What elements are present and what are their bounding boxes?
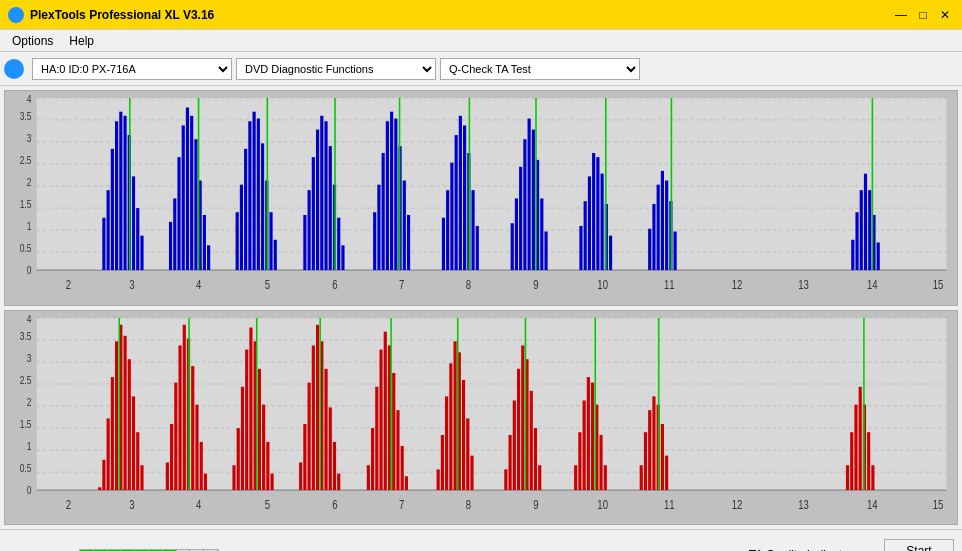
svg-rect-84 <box>511 223 514 270</box>
svg-rect-212 <box>449 363 452 490</box>
bottom-chart-svg: 0 0.5 1 1.5 2 2.5 3 3.5 4 <box>5 311 957 525</box>
main-area: 0 0.5 1 1.5 2 2.5 3 3.5 4 <box>0 86 962 529</box>
svg-text:3: 3 <box>27 351 32 363</box>
close-button[interactable]: ✕ <box>936 6 954 24</box>
svg-text:13: 13 <box>798 278 809 291</box>
svg-rect-227 <box>538 465 541 490</box>
svg-rect-220 <box>509 434 512 489</box>
svg-rect-200 <box>375 386 378 489</box>
svg-rect-251 <box>867 432 870 490</box>
svg-rect-157 <box>115 341 118 490</box>
svg-rect-235 <box>599 434 602 489</box>
start-button[interactable]: Start <box>884 539 954 552</box>
svg-rect-78 <box>459 116 462 270</box>
action-buttons: Start ℹ <box>884 539 954 552</box>
svg-rect-35 <box>186 108 189 271</box>
svg-rect-104 <box>652 204 655 270</box>
svg-rect-249 <box>859 386 862 489</box>
svg-rect-167 <box>174 382 177 489</box>
svg-rect-196 <box>337 473 340 490</box>
svg-text:0: 0 <box>27 264 32 276</box>
svg-rect-25 <box>123 116 126 270</box>
svg-rect-217 <box>470 455 473 489</box>
svg-rect-244 <box>665 455 668 489</box>
svg-rect-184 <box>266 441 269 489</box>
svg-rect-210 <box>441 434 444 489</box>
minimize-button[interactable]: — <box>892 6 910 24</box>
top-chart-svg: 0 0.5 1 1.5 2 2.5 3 3.5 4 <box>5 91 957 305</box>
svg-rect-82 <box>476 226 479 270</box>
svg-rect-185 <box>271 473 274 490</box>
svg-rect-199 <box>371 428 374 490</box>
svg-rect-166 <box>170 423 173 489</box>
svg-rect-190 <box>312 345 315 490</box>
svg-rect-161 <box>132 396 135 490</box>
svg-text:1.5: 1.5 <box>20 417 32 429</box>
drive-select[interactable]: HA:0 ID:0 PX-716A <box>32 58 232 80</box>
svg-rect-225 <box>530 390 533 489</box>
svg-rect-97 <box>592 153 595 270</box>
toolbar-logo <box>4 59 24 79</box>
svg-rect-205 <box>396 410 399 490</box>
svg-rect-191 <box>316 324 319 489</box>
svg-text:8: 8 <box>466 498 471 511</box>
svg-rect-24 <box>119 112 122 270</box>
svg-rect-168 <box>178 345 181 490</box>
svg-rect-165 <box>166 462 169 490</box>
svg-text:3.5: 3.5 <box>20 329 32 341</box>
window-controls: — □ ✕ <box>892 6 954 24</box>
maximize-button[interactable]: □ <box>914 6 932 24</box>
svg-rect-189 <box>308 382 311 489</box>
svg-rect-182 <box>258 368 261 489</box>
svg-rect-229 <box>574 465 577 490</box>
svg-rect-28 <box>136 208 139 270</box>
svg-rect-177 <box>237 428 240 490</box>
svg-rect-48 <box>261 143 264 270</box>
title-bar: PlexTools Professional XL V3.16 — □ ✕ <box>0 0 962 30</box>
menu-help[interactable]: Help <box>61 32 102 50</box>
svg-rect-209 <box>437 469 440 490</box>
svg-rect-40 <box>207 245 210 270</box>
svg-rect-22 <box>111 149 114 270</box>
svg-rect-219 <box>504 469 507 490</box>
svg-rect-174 <box>204 473 207 490</box>
svg-rect-85 <box>515 198 518 270</box>
svg-rect-193 <box>324 368 327 489</box>
svg-rect-233 <box>591 382 594 489</box>
function-select[interactable]: DVD Diagnostic Functions <box>236 58 436 80</box>
svg-rect-33 <box>177 157 180 270</box>
svg-rect-111 <box>851 240 854 270</box>
svg-text:11: 11 <box>664 498 675 511</box>
svg-text:3.5: 3.5 <box>20 110 32 122</box>
svg-rect-92 <box>544 231 547 270</box>
svg-rect-27 <box>132 176 135 270</box>
test-select[interactable]: Q-Check TA Test <box>440 58 640 80</box>
svg-rect-58 <box>324 121 327 270</box>
menu-options[interactable]: Options <box>4 32 61 50</box>
svg-text:0.5: 0.5 <box>20 242 32 254</box>
ta-quality-area: TA Quality Indicator: Good <box>729 548 876 552</box>
bottom-panel: Jitter: 4 Peak Shift: <box>0 529 962 551</box>
svg-rect-46 <box>253 112 256 270</box>
ta-quality-label: TA Quality Indicator: <box>749 548 856 552</box>
svg-rect-159 <box>123 335 126 489</box>
app-title: PlexTools Professional XL V3.16 <box>30 8 214 22</box>
svg-text:8: 8 <box>466 278 471 291</box>
svg-text:4: 4 <box>27 93 32 105</box>
svg-rect-243 <box>661 423 664 489</box>
svg-rect-162 <box>136 432 139 490</box>
svg-rect-206 <box>401 445 404 489</box>
svg-rect-239 <box>644 432 647 490</box>
svg-rect-215 <box>462 379 465 489</box>
svg-rect-113 <box>860 190 863 270</box>
svg-rect-103 <box>648 229 651 270</box>
svg-text:6: 6 <box>332 278 337 291</box>
svg-rect-117 <box>877 243 880 271</box>
svg-rect-72 <box>407 215 410 270</box>
svg-rect-163 <box>140 465 143 490</box>
svg-rect-36 <box>190 116 193 270</box>
svg-rect-198 <box>367 465 370 490</box>
svg-rect-226 <box>534 428 537 490</box>
svg-rect-68 <box>390 112 393 270</box>
svg-text:3: 3 <box>129 498 134 511</box>
